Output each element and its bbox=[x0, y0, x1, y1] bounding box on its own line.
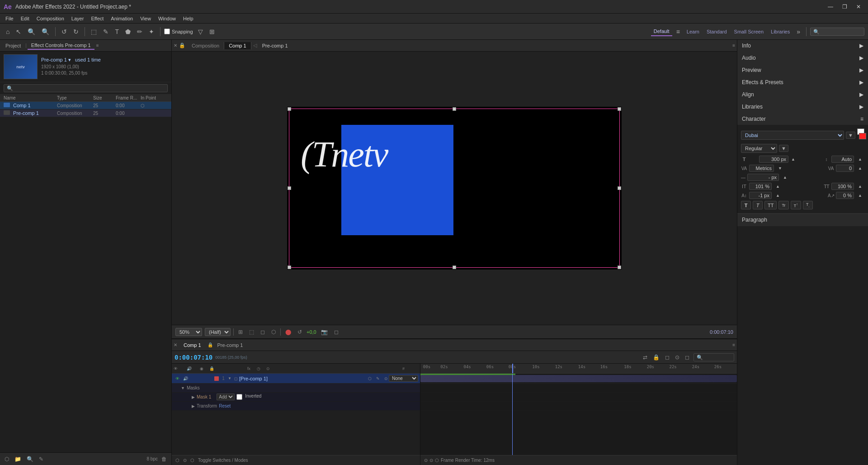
menu-edit[interactable]: Edit bbox=[17, 15, 33, 22]
parent-select[interactable]: None bbox=[389, 375, 418, 382]
character-header[interactable]: Character ≡ bbox=[737, 113, 868, 125]
char-horiz-up[interactable]: ▲ bbox=[856, 183, 864, 190]
handle-tl[interactable] bbox=[288, 107, 291, 111]
char-baseline-field[interactable] bbox=[749, 192, 772, 199]
tl-mask1-row[interactable]: ▶ Mask 1 AddSubtractNone Inverted bbox=[172, 393, 420, 402]
layer-switch-btn[interactable]: ⬡ bbox=[366, 376, 373, 381]
tl-masks-row[interactable]: ▼ Masks bbox=[172, 384, 420, 393]
masks-expand[interactable]: ▼ bbox=[181, 386, 185, 390]
tl-shy-btn[interactable]: ⊙ bbox=[674, 353, 681, 361]
char-super-btn[interactable]: T↑ bbox=[791, 201, 801, 209]
handle-ml[interactable] bbox=[288, 186, 291, 190]
char-baseline-up[interactable]: ▲ bbox=[774, 192, 782, 199]
mask-inverted-checkbox[interactable] bbox=[236, 394, 242, 400]
char-stroke-up[interactable]: ▲ bbox=[781, 174, 789, 181]
workspace-learn[interactable]: Learn bbox=[684, 28, 702, 36]
tl-playback-btn[interactable]: ⊙ bbox=[429, 458, 433, 463]
workspace-more[interactable]: » bbox=[794, 27, 802, 37]
audio-header[interactable]: Audio ▶ bbox=[737, 52, 868, 64]
zoom-select[interactable]: 50%100%25% bbox=[175, 328, 202, 336]
table-row[interactable]: Comp 1 Composition 25 0:00 ⬡ bbox=[0, 102, 171, 109]
mask1-expand[interactable]: ▶ bbox=[192, 395, 195, 399]
menu-layer[interactable]: Layer bbox=[68, 15, 88, 22]
char-bold-btn[interactable]: T bbox=[741, 201, 751, 209]
menu-effect[interactable]: Effect bbox=[87, 15, 107, 22]
char-smallcaps-btn[interactable]: Tr bbox=[778, 201, 788, 209]
snapping-checkbox[interactable] bbox=[164, 28, 170, 34]
pen-tool[interactable]: ✎ bbox=[101, 27, 111, 37]
snap-options[interactable]: ▽ bbox=[196, 27, 205, 37]
tl-start-btn[interactable]: ⊙ bbox=[424, 458, 428, 463]
zoom-tool[interactable]: 🔍 bbox=[25, 27, 38, 37]
new-folder-btn[interactable]: 📁 bbox=[13, 455, 23, 463]
char-vert-up[interactable]: ▲ bbox=[774, 183, 782, 190]
label-btn[interactable]: ✎ bbox=[37, 455, 45, 463]
tl-arrows-btn[interactable]: ⇄ bbox=[642, 353, 649, 361]
transform-expand[interactable]: ▶ bbox=[192, 404, 195, 408]
snapshot-btn[interactable]: 📷 bbox=[319, 328, 330, 336]
tl-layer-row[interactable]: 👁 🔊 1 ▼ ◻ [Pre-comp 1] ⬡ ✎ bbox=[172, 374, 420, 384]
delete-btn[interactable]: 🗑 bbox=[160, 455, 169, 463]
search-btn[interactable]: 🔍 bbox=[25, 455, 35, 463]
handle-tc[interactable] bbox=[453, 107, 456, 111]
char-font-select[interactable]: Dubai bbox=[741, 131, 844, 140]
region-btn[interactable]: ⬚ bbox=[247, 328, 256, 336]
tl-tab-comp1[interactable]: Comp 1 bbox=[179, 342, 206, 349]
tl-end-btn[interactable]: ⬡ bbox=[435, 458, 439, 463]
tl-transform-row[interactable]: ▶ Transform Reset bbox=[172, 402, 420, 411]
color-btn[interactable]: ⬤ bbox=[283, 328, 293, 336]
effects-presets-header[interactable]: Effects & Presets ▶ bbox=[737, 76, 868, 88]
char-size-field[interactable] bbox=[759, 156, 788, 163]
tl-lock-btn[interactable]: 🔒 bbox=[651, 353, 661, 361]
tl-chart-btn[interactable]: ◻ bbox=[664, 353, 671, 361]
puppet-tool[interactable]: ✦ bbox=[146, 27, 156, 37]
layer-vis-btn[interactable]: 👁 bbox=[174, 376, 181, 381]
char-leading-up[interactable]: ▲ bbox=[856, 156, 864, 163]
tl-search-input[interactable] bbox=[693, 353, 734, 361]
tl-track-area[interactable] bbox=[420, 374, 737, 455]
snapshot-show-btn[interactable]: ◻ bbox=[332, 328, 340, 336]
align-header[interactable]: Align ▶ bbox=[737, 89, 868, 100]
table-row[interactable]: Pre-comp 1 Composition 25 0:00 bbox=[0, 109, 171, 117]
menu-view[interactable]: View bbox=[137, 15, 155, 22]
layer-audio-btn[interactable]: 🔊 bbox=[182, 376, 189, 381]
handle-bc[interactable] bbox=[453, 266, 456, 269]
char-leading-field[interactable] bbox=[831, 156, 854, 163]
tl-tab-precomp[interactable]: Pre-comp 1 bbox=[213, 342, 248, 349]
close-comp-btn[interactable]: ✕ bbox=[174, 43, 177, 48]
close-button[interactable]: ✕ bbox=[853, 3, 864, 11]
quality-select[interactable]: (Half)(Full) bbox=[205, 328, 231, 336]
grid-btn[interactable]: ⊞ bbox=[236, 328, 245, 336]
workspace-menu[interactable]: ≡ bbox=[674, 27, 682, 37]
shape-tool[interactable]: ⬚ bbox=[89, 27, 99, 37]
tl-menu-btn[interactable]: ≡ bbox=[732, 342, 735, 347]
minimize-button[interactable]: — bbox=[824, 3, 837, 11]
tl-close-btn[interactable]: ✕ bbox=[174, 342, 177, 347]
char-sub-btn[interactable]: T. bbox=[803, 201, 813, 209]
char-stroke-color[interactable] bbox=[859, 133, 866, 139]
layer-paint-btn[interactable]: ✎ bbox=[374, 376, 382, 381]
text-tool[interactable]: T bbox=[113, 27, 121, 37]
handle-br[interactable] bbox=[618, 266, 621, 269]
workspace-small[interactable]: Small Screen bbox=[731, 28, 766, 36]
tab-effect-controls[interactable]: Effect Controls Pre-comp 1 bbox=[28, 42, 94, 50]
3d-btn[interactable]: ⬡ bbox=[269, 328, 278, 336]
tab-precomp1[interactable]: Pre-comp 1 bbox=[259, 42, 292, 49]
char-size-up[interactable]: ▲ bbox=[790, 157, 796, 162]
char-faux-bold[interactable]: ▼ bbox=[846, 132, 855, 139]
new-item-btn[interactable]: ⬡ bbox=[3, 455, 11, 463]
align-snap[interactable]: ⊞ bbox=[207, 27, 217, 37]
workspace-libraries[interactable]: Libraries bbox=[768, 28, 793, 36]
comp-menu-btn[interactable]: ≡ bbox=[732, 43, 735, 48]
char-allcaps-btn[interactable]: TT bbox=[764, 201, 777, 209]
render-btn[interactable]: ↺ bbox=[296, 328, 304, 336]
tl-center-btn[interactable]: ⊙ bbox=[183, 458, 187, 463]
char-kerning-field[interactable] bbox=[749, 165, 774, 172]
char-stroke-width[interactable] bbox=[747, 174, 779, 181]
redo-tool[interactable]: ↻ bbox=[71, 27, 81, 37]
panel-menu-btn[interactable]: ≡ bbox=[96, 43, 99, 48]
transform-reset-btn[interactable]: Reset bbox=[219, 403, 231, 408]
char-style-select[interactable]: RegularBoldItalic bbox=[741, 144, 777, 153]
menu-composition[interactable]: Composition bbox=[33, 15, 68, 22]
select-tool[interactable]: ↖ bbox=[14, 27, 24, 37]
